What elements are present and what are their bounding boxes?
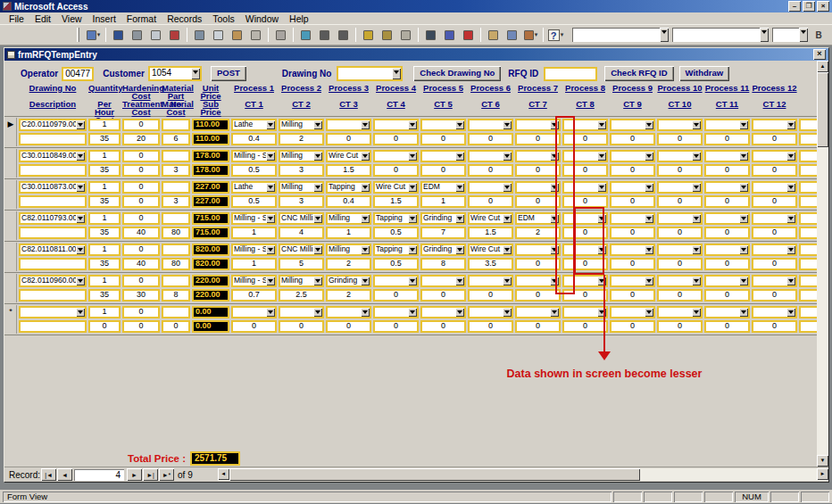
quantity-field[interactable]: 1 [88,181,121,194]
process-select[interactable]: Milling - SQR [233,152,266,161]
chevron-down-icon[interactable]: ▾ [561,31,564,38]
ct-field[interactable]: 0 [657,164,703,177]
menu-view[interactable]: View [56,13,87,24]
ct-field[interactable] [799,164,818,177]
process-select[interactable] [706,214,739,223]
ct-field[interactable]: 0 [610,133,655,145]
chevron-down-icon[interactable] [503,245,512,254]
hardening-cost-field[interactable]: 0 [122,181,160,194]
record-selector[interactable] [5,180,17,209]
chevron-down-icon[interactable] [645,308,653,317]
process-select[interactable] [612,152,645,161]
process-select[interactable] [470,152,503,161]
quantity-field[interactable]: 1 [88,212,121,225]
chevron-down-icon[interactable] [786,183,795,192]
ct-field[interactable] [799,289,818,302]
ct-field[interactable]: 0 [562,320,608,333]
rfq-id-field[interactable] [544,67,597,81]
insert-hyperlink-icon[interactable] [297,27,314,43]
ct-field[interactable]: 1 [231,258,277,270]
first-record-button[interactable]: |◄ [41,468,56,481]
record-number-field[interactable]: 4 [74,469,124,481]
chevron-down-icon[interactable] [266,214,275,223]
process-select[interactable]: Wire Cut [470,214,503,223]
description-field[interactable] [19,133,87,145]
check-rfq-id-button[interactable]: Check RFQ ID [604,66,673,81]
undo-icon[interactable] [272,27,289,43]
ct-field[interactable]: 0 [279,320,324,333]
vertical-scrollbar-thumb[interactable] [817,72,828,147]
chevron-down-icon[interactable] [76,308,85,317]
chevron-down-icon[interactable] [455,308,464,317]
ct-field[interactable]: 0 [373,133,419,145]
chevron-down-icon[interactable] [692,214,701,223]
ct-field[interactable]: 0 [657,227,703,239]
chevron-down-icon[interactable] [408,183,417,192]
chevron-down-icon[interactable] [266,277,275,285]
ct-field[interactable]: 0 [657,258,703,270]
process-select[interactable] [517,183,550,192]
process-select[interactable]: CNC Milling [280,214,313,223]
chevron-down-icon[interactable] [503,152,512,161]
restore-button[interactable]: ❐ [803,1,815,12]
process-select[interactable] [517,152,550,161]
material-cost-field[interactable]: 80 [162,258,190,270]
chevron-down-icon[interactable] [645,120,653,129]
ct-field[interactable]: 0 [515,164,561,177]
ct-field[interactable]: 1.5 [468,227,513,239]
ct-field[interactable]: 0 [657,320,703,333]
record-selector[interactable] [5,274,17,302]
process-select[interactable] [801,183,818,192]
form-close-button[interactable]: × [813,49,826,60]
ct-field[interactable]: 0.5 [231,164,277,177]
withdraw-button[interactable]: Withdraw [679,66,730,81]
process-select[interactable] [375,152,408,161]
process-select[interactable] [801,214,818,223]
process-select[interactable] [422,308,455,317]
horizontal-scrollbar[interactable]: ◄ ► [218,468,828,481]
print-icon[interactable] [129,27,146,43]
delete-record-icon[interactable] [460,27,477,43]
process-select[interactable] [801,120,818,129]
material-cost-field[interactable]: 0 [162,320,190,333]
treatment-cost-field[interactable]: 0 [122,195,160,208]
ct-field[interactable]: 0 [752,289,797,302]
chevron-down-icon[interactable] [550,308,559,317]
process-select[interactable]: Tapping [328,183,361,192]
hardening-cost-field[interactable]: 0 [122,212,160,225]
process-select[interactable]: CNC Milling [280,245,313,254]
process-select[interactable] [659,120,692,129]
database-window-icon[interactable] [503,27,520,43]
ct-field[interactable]: 0 [610,195,655,208]
material-part-no-field[interactable] [162,119,190,131]
chevron-down-icon[interactable] [645,245,653,254]
process-select[interactable] [659,277,692,285]
chevron-down-icon[interactable] [739,308,748,317]
chevron-down-icon[interactable] [786,245,795,254]
chevron-down-icon[interactable] [645,214,653,223]
chevron-down-icon[interactable] [266,152,275,161]
process-select[interactable] [375,277,408,285]
ct-field[interactable]: 0 [468,133,513,145]
operator-field[interactable]: 00477 [62,67,94,81]
chevron-down-icon[interactable] [361,183,370,192]
chevron-down-icon[interactable] [503,183,512,192]
process-select[interactable] [753,183,786,192]
filter-by-form-icon[interactable] [379,27,395,43]
process-select[interactable] [470,183,503,192]
ct-field[interactable]: 0 [752,320,797,333]
ct-field[interactable]: 0 [373,320,419,333]
material-part-no-field[interactable] [162,212,190,225]
print-preview-icon[interactable] [147,27,164,43]
process-select[interactable]: Milling [280,120,313,129]
chevron-down-icon[interactable] [361,214,370,223]
per-hour-cost-field[interactable]: 35 [88,195,121,208]
process-select[interactable] [706,308,739,317]
ct-field[interactable]: 0 [515,258,561,270]
chevron-down-icon[interactable] [313,277,322,285]
process-select[interactable] [470,277,503,285]
ct-field[interactable]: 0 [610,258,655,270]
process-select[interactable] [612,277,645,285]
chevron-down-icon[interactable] [503,308,512,317]
process-select[interactable]: Milling [280,152,313,161]
